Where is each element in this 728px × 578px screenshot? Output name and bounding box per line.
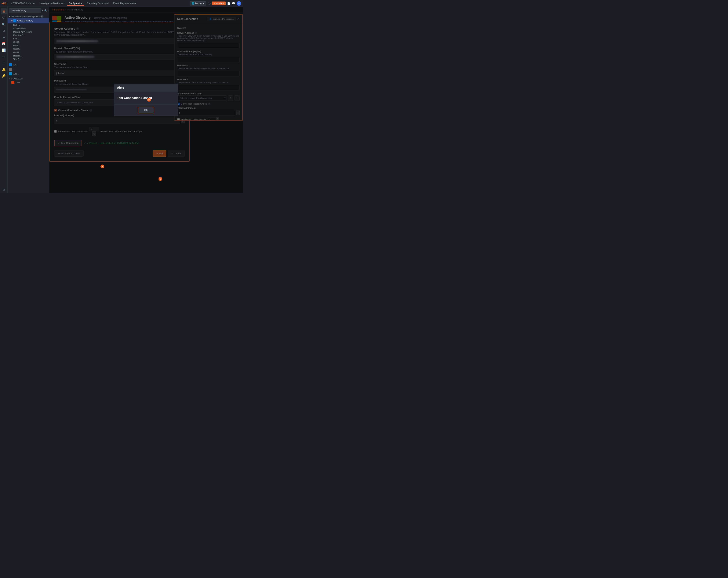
nav-mitre[interactable]: MITRE ATT&CK Monitor: [9, 1, 37, 5]
annotation-c: c: [158, 177, 162, 181]
help-icon[interactable]: ⓘ: [208, 2, 210, 5]
nav-reporting[interactable]: Reporting Dashboard: [85, 1, 110, 5]
sidebar-item-resetl[interactable]: Reset L...: [7, 54, 49, 57]
sidebar-item-puzzle[interactable]: ⚙: [1, 28, 7, 34]
sidebar-item-enable[interactable]: Enable AD...: [7, 33, 49, 37]
sidebar-item-acttwo[interactable]: ...: [7, 67, 49, 72]
sidebar-item-playbook[interactable]: ▶: [1, 34, 7, 40]
sidebar-item-chart[interactable]: 📊: [1, 47, 7, 53]
modal-ok-button[interactable]: OK: [138, 107, 154, 113]
sidebar-item-bell[interactable]: 🔔: [1, 67, 7, 72]
incident-button[interactable]: + Incident: [212, 1, 226, 5]
content-area: Integrations › Active Directory Active D…: [49, 7, 243, 192]
sidebar-item-shield[interactable]: 🛡: [1, 15, 7, 21]
sidebar-item-home[interactable]: ⊞: [1, 8, 7, 15]
sidebar-item-actone[interactable]: Act...: [7, 62, 49, 67]
master-button[interactable]: 🌐 Master ▾: [189, 1, 206, 5]
sidebar-item-getu1[interactable]: Get U...: [7, 41, 49, 44]
modal-body: Test Connection Passed: [114, 92, 178, 104]
sidebar-item-settings[interactable]: ⚙: [1, 187, 7, 192]
nav-group-iam[interactable]: ▾ Identity & Access Management 4: [7, 15, 49, 18]
search-input[interactable]: [9, 8, 41, 13]
nav-playbook[interactable]: Event Playbook Viewer: [111, 1, 138, 5]
notifications-icon[interactable]: 📄: [227, 2, 230, 5]
sidebar-item-getu2[interactable]: Get U...: [7, 47, 49, 51]
icon-sidebar: ⊞ 🛡 🔍 ⚙ ▶ 📅 📊 ⋯ ☰ 🔔 🔑 ⚙: [0, 7, 7, 192]
modal-overlay: Alert Test Connection Passed OK: [49, 7, 243, 192]
chevron-right-icon: ›: [9, 78, 10, 80]
avatar[interactable]: U: [237, 1, 241, 6]
chevron-down-icon: ▾: [203, 2, 204, 5]
sidebar-item-fingerprint[interactable]: 🔑: [1, 73, 7, 79]
sidebar-item-tren[interactable]: Tren...: [7, 80, 49, 85]
sidebar-item-findu[interactable]: Find U...: [7, 37, 49, 41]
chat-icon[interactable]: 💬: [232, 2, 235, 5]
nav-group-siem[interactable]: › SIEM & XDR: [7, 77, 49, 80]
annotation-a: a: [101, 164, 104, 168]
clear-search-icon[interactable]: ✕: [42, 9, 44, 12]
nav-sidebar: ✕ 🔍 + ▾ Identity & Access Management 4 ▾…: [7, 7, 49, 192]
sidebar-item-commands[interactable]: 9 Commands: [7, 27, 49, 30]
add-search-icon[interactable]: +: [48, 9, 49, 12]
sidebar-item-testc[interactable]: Test C...: [7, 57, 49, 61]
sidebar-item-builtin[interactable]: Built-in: [7, 23, 49, 27]
sidebar-item-search[interactable]: 🔍: [1, 21, 7, 27]
sidebar-item-disable[interactable]: Disable AD Account: [7, 30, 49, 33]
sidebar-item-calendar[interactable]: 📅: [1, 41, 7, 47]
search-icon[interactable]: 🔍: [44, 9, 47, 12]
master-icon: 🌐: [192, 2, 194, 5]
nav-investigation[interactable]: Investigation Dashboard: [38, 1, 66, 5]
annotation-b: b: [147, 98, 151, 102]
sidebar-item-list[interactable]: ☰: [1, 60, 7, 66]
sidebar-item-azure[interactable]: Azu...: [7, 72, 49, 76]
sidebar-item-active-directory[interactable]: ▾ Active Directory: [7, 18, 49, 23]
chevron-down-icon: ▾: [11, 19, 12, 22]
nav-configuration[interactable]: Configuration: [67, 1, 84, 6]
sidebar-item-getu3[interactable]: Get U...: [7, 51, 49, 54]
sidebar-item-network[interactable]: ⋯: [1, 53, 7, 59]
modal-header: Alert: [114, 84, 178, 92]
chevron-down-icon: ▾: [9, 15, 10, 18]
app-logo: ≡D3: [1, 2, 6, 5]
alert-modal: Alert Test Connection Passed OK: [114, 84, 178, 116]
sidebar-item-getc[interactable]: Get C...: [7, 44, 49, 47]
